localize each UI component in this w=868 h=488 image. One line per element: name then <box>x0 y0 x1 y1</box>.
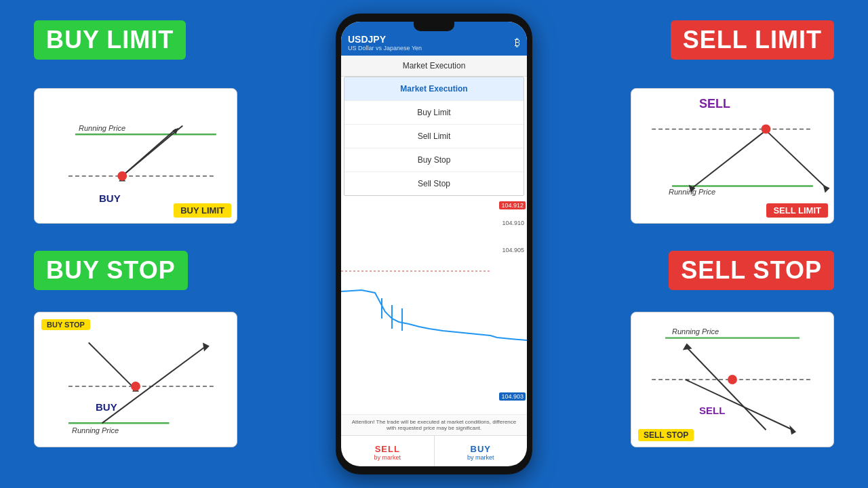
sell-limit-action: SELL <box>699 97 730 111</box>
buy-stop-svg <box>35 312 237 447</box>
svg-point-13 <box>131 382 140 391</box>
svg-marker-26 <box>683 344 692 350</box>
pair-description: US Dollar vs Japanese Yen <box>348 45 422 52</box>
svg-line-3 <box>122 129 176 176</box>
svg-point-20 <box>762 124 771 134</box>
svg-marker-11 <box>203 343 210 352</box>
phone-action-buttons: SELL by market BUY by market <box>341 435 527 466</box>
svg-line-9 <box>102 346 206 424</box>
svg-line-16 <box>692 130 766 188</box>
price-blue-bottom: 104.903 <box>499 392 526 401</box>
buy-limit-action: BUY <box>99 192 121 204</box>
attention-text: Attention! The trade will be executed at… <box>341 414 527 435</box>
svg-line-24 <box>686 346 766 430</box>
sell-limit-badge: SELL LIMIT <box>766 203 828 218</box>
buy-stop-rp: Running Price <box>72 426 119 434</box>
svg-point-6 <box>117 171 127 181</box>
svg-line-10 <box>89 343 136 390</box>
sell-stop-label: SELL STOP <box>669 251 834 290</box>
sell-limit-label: SELL LIMIT <box>671 20 834 60</box>
buy-limit-label: BUY LIMIT <box>34 20 186 60</box>
buy-limit-rp: Running Price <box>79 124 125 132</box>
price-plain: 104.905 <box>502 247 524 253</box>
sell-stop-svg <box>631 312 833 447</box>
dropdown-item-buy-limit[interactable]: Buy Limit <box>344 101 524 125</box>
svg-marker-25 <box>789 425 796 434</box>
buy-limit-badge: BUY LIMIT <box>174 203 231 218</box>
chart-svg <box>341 196 527 414</box>
sell-limit-rp: Running Price <box>669 188 715 196</box>
price-red-top: 104.912 <box>499 201 526 209</box>
sell-button[interactable]: SELL by market <box>341 436 434 466</box>
buy-limit-diagram: Running Price BUY BUY LIMIT <box>34 88 237 224</box>
svg-line-17 <box>766 130 827 188</box>
phone: USDJPY US Dollar vs Japanese Yen ₿ Marke… <box>336 14 532 474</box>
dropdown-item-sell-stop[interactable]: Sell Stop <box>344 172 524 195</box>
phone-notch <box>414 22 454 31</box>
sell-stop-card-badge: SELL STOP <box>638 429 694 441</box>
buy-stop-card-badge: BUY STOP <box>41 319 90 330</box>
currency-icon: ₿ <box>515 37 520 49</box>
dropdown-item-sell-limit[interactable]: Sell Limit <box>344 125 524 148</box>
dropdown-item-market-execution[interactable]: Market Execution <box>344 77 524 101</box>
phone-screen: USDJPY US Dollar vs Japanese Yen ₿ Marke… <box>341 22 527 466</box>
dropdown-list: Market Execution Buy Limit Sell Limit Bu… <box>344 77 524 196</box>
svg-point-27 <box>728 375 737 384</box>
svg-marker-19 <box>823 185 830 193</box>
buy-button[interactable]: BUY by market <box>434 436 528 466</box>
sell-stop-rp: Running Price <box>672 327 719 336</box>
price-mid: 104.910 <box>502 220 524 226</box>
currency-pair: USDJPY <box>348 34 422 45</box>
buy-stop-label: BUY STOP <box>34 251 188 290</box>
buy-stop-diagram: BUY STOP BUY Running Price <box>34 312 237 447</box>
dropdown-header[interactable]: Market Execution <box>341 56 527 77</box>
sell-stop-action: SELL <box>699 405 725 416</box>
buy-stop-action: BUY <box>96 401 117 413</box>
dropdown-item-buy-stop[interactable]: Buy Stop <box>344 148 524 172</box>
chart-area: 104.912 104.910 104.905 104.903 <box>341 196 527 414</box>
sell-stop-diagram: Running Price SELL SELL STOP <box>631 312 834 447</box>
sell-limit-diagram: Running Price SELL SELL LIMIT <box>631 88 834 224</box>
